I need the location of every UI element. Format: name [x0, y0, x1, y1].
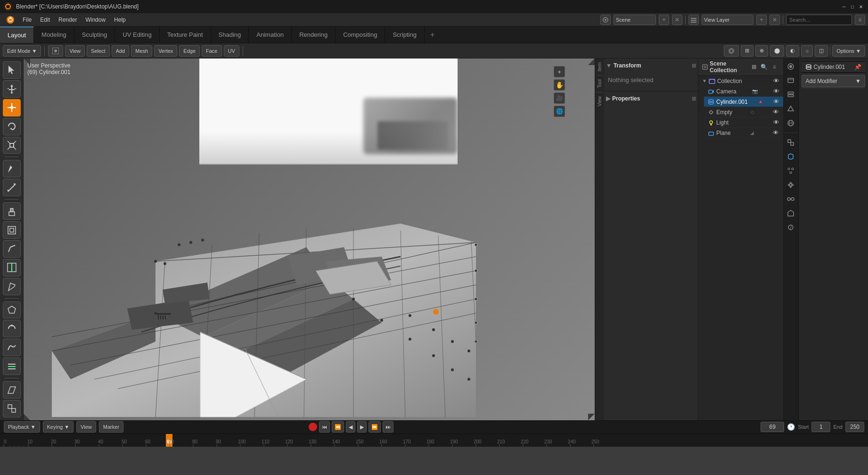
- measure-tool[interactable]: [3, 179, 21, 196]
- keying-menu[interactable]: Keying ▼: [43, 421, 74, 433]
- viewport-shading-2[interactable]: ◐: [786, 45, 799, 57]
- viewport-shading-1[interactable]: ⬤: [770, 45, 784, 57]
- loop-cut-tool[interactable]: [3, 259, 21, 276]
- edge-slide-tool[interactable]: [3, 358, 21, 375]
- rotate-tool[interactable]: [3, 118, 21, 135]
- add-modifier-btn[interactable]: Add Modifier ▼: [802, 75, 866, 87]
- jump-start-btn[interactable]: ⏮: [319, 421, 330, 433]
- properties-header[interactable]: ▶ Properties ⊞: [606, 93, 696, 104]
- add-btn[interactable]: Add: [112, 45, 130, 57]
- xray-toggle[interactable]: [724, 45, 739, 57]
- empty-restrict-btn[interactable]: ◇: [751, 109, 754, 115]
- start-frame-input[interactable]: [811, 422, 830, 432]
- cylinder-eye[interactable]: 👁: [773, 98, 779, 105]
- vertex-btn[interactable]: Vertex: [154, 45, 177, 57]
- global-search[interactable]: [786, 15, 852, 25]
- uv-btn[interactable]: UV: [224, 45, 239, 57]
- transform-extra-tool[interactable]: [3, 400, 21, 417]
- data-props-icon[interactable]: [785, 207, 797, 219]
- gizmo-btn[interactable]: ⊕: [755, 45, 768, 57]
- outliner-plane[interactable]: Plane ◢ 👁: [704, 128, 783, 138]
- end-frame-input[interactable]: [845, 422, 864, 432]
- tab-sculpting[interactable]: Sculpting: [74, 26, 115, 43]
- tab-rendering[interactable]: Rendering: [292, 26, 336, 43]
- tab-texture-paint[interactable]: Texture Paint: [160, 26, 211, 43]
- poly-build-tool[interactable]: [3, 301, 21, 319]
- outliner-filter-btn[interactable]: ⊞: [749, 62, 759, 72]
- collection-eye[interactable]: 👁: [773, 77, 779, 84]
- pin-icon[interactable]: 📌: [854, 64, 861, 70]
- zoom-in-btn[interactable]: +: [554, 66, 565, 77]
- camera-restrict-btn[interactable]: 📷: [752, 89, 758, 94]
- scale-tool[interactable]: [3, 137, 21, 154]
- camera-view-btn[interactable]: 🎥: [554, 92, 565, 104]
- scene-selector[interactable]: [614, 15, 656, 25]
- transform-tool[interactable]: [3, 99, 21, 117]
- scene-icon-btn[interactable]: [600, 15, 611, 25]
- minimize-button[interactable]: ─: [841, 3, 847, 10]
- options-btn[interactable]: Options ▼: [832, 45, 865, 57]
- view-layer-props-icon[interactable]: [785, 89, 797, 101]
- view-menu-timeline[interactable]: View: [76, 421, 96, 433]
- extrude-tool[interactable]: [3, 202, 21, 220]
- spin-tool[interactable]: [3, 320, 21, 337]
- face-btn[interactable]: Face: [202, 45, 221, 57]
- menu-file[interactable]: File: [19, 15, 35, 25]
- physics-props-icon[interactable]: [785, 179, 797, 191]
- step-back-btn[interactable]: ⏪: [332, 421, 344, 433]
- move-tool[interactable]: [3, 80, 21, 98]
- cursor-tool[interactable]: [3, 61, 21, 79]
- outliner-empty[interactable]: Empty ◇ 👁: [704, 107, 783, 117]
- select-btn[interactable]: Select: [87, 45, 110, 57]
- jump-end-btn[interactable]: ⏭: [383, 421, 393, 433]
- empty-eye[interactable]: 👁: [773, 108, 779, 116]
- 3d-gizmo[interactable]: + ✋ 🎥 🌐: [538, 62, 581, 109]
- material-props-icon[interactable]: [785, 221, 797, 233]
- tab-animation[interactable]: Animation: [249, 26, 292, 43]
- maximize-button[interactable]: □: [849, 3, 856, 10]
- menu-window[interactable]: Window: [82, 15, 109, 25]
- scene-close-btn[interactable]: ✕: [672, 15, 682, 25]
- mesh-btn[interactable]: Mesh: [131, 45, 152, 57]
- menu-blender[interactable]: [3, 15, 18, 25]
- viewport[interactable]: User Perspective (69) Cylinder.001: [24, 58, 595, 420]
- tab-scripting[interactable]: Scripting: [385, 26, 425, 43]
- transform-header[interactable]: ▼ Transform ⊞: [606, 60, 696, 71]
- mode-selector[interactable]: Edit Mode ▼: [3, 45, 41, 57]
- filter-btn[interactable]: ≡: [855, 15, 865, 25]
- knife-tool[interactable]: [3, 278, 21, 295]
- playback-menu[interactable]: Playback ▼: [4, 421, 40, 433]
- particles-props-icon[interactable]: [785, 165, 797, 177]
- outliner-search-btn[interactable]: 🔍: [760, 62, 769, 72]
- play-reverse-btn[interactable]: ◀: [346, 421, 355, 433]
- overlay-btn[interactable]: ⊞: [741, 45, 753, 57]
- viewlayer-selector[interactable]: [702, 15, 753, 25]
- tab-shading[interactable]: Shading: [211, 26, 249, 43]
- outliner-collection[interactable]: ▼ Collection 👁: [698, 76, 783, 86]
- smooth-tool[interactable]: [3, 339, 21, 356]
- object-props-icon[interactable]: [785, 136, 797, 149]
- outliner-cylinder[interactable]: Cylinder.001 🔺 👁: [704, 97, 783, 107]
- constraints-props-icon[interactable]: [785, 193, 797, 205]
- timeline-frame[interactable]: 0 10 20 30 40 50 60: [0, 434, 868, 447]
- viewlayer-action-btn[interactable]: +: [756, 15, 767, 25]
- record-btn[interactable]: [309, 423, 317, 431]
- bevel-tool[interactable]: [3, 240, 21, 258]
- outliner-camera[interactable]: Camera 📷 👁: [704, 86, 783, 97]
- close-button[interactable]: ✕: [858, 3, 864, 10]
- viewport-icon-btn[interactable]: [48, 45, 63, 57]
- viewlayer-icon-btn[interactable]: [688, 15, 699, 25]
- light-eye[interactable]: 👁: [773, 119, 779, 126]
- cylinder-restrict-btn[interactable]: 🔺: [758, 99, 763, 104]
- camera-eye[interactable]: 👁: [773, 88, 779, 95]
- scene-props-icon[interactable]: [785, 103, 797, 115]
- menu-help[interactable]: Help: [110, 15, 130, 25]
- hand-tool-btn[interactable]: ✋: [554, 79, 565, 91]
- menu-render[interactable]: Render: [55, 15, 81, 25]
- outliner-light[interactable]: Light 👁: [704, 117, 783, 128]
- tab-add-button[interactable]: +: [425, 27, 440, 43]
- viewport-shading-4[interactable]: ◫: [815, 45, 828, 57]
- plane-eye[interactable]: 👁: [773, 129, 779, 136]
- output-props-icon[interactable]: [785, 75, 797, 87]
- tab-layout[interactable]: Layout: [0, 26, 34, 43]
